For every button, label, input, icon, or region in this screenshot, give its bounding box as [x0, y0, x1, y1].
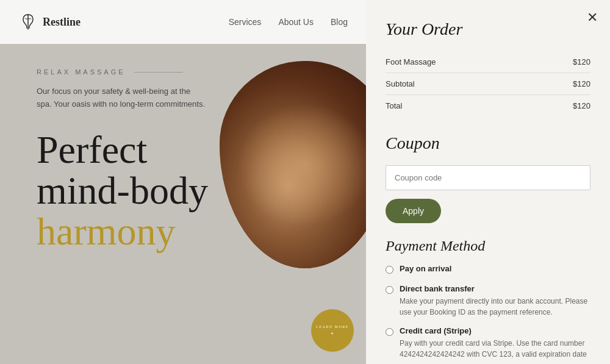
- total-label: Total: [386, 95, 537, 117]
- order-item-row: Foot Massage $120: [386, 51, 590, 73]
- payment-option-card-content: Credit card (Stripe) Pay with your credi…: [400, 326, 590, 360]
- payment-option-card-label: Credit card (Stripe): [400, 326, 590, 335]
- site-logo: Restline: [18, 12, 81, 32]
- total-row: Total $120: [386, 95, 590, 117]
- coupon-title: Coupon: [386, 134, 590, 153]
- massage-image: [220, 61, 366, 268]
- payment-radio-arrival[interactable]: [386, 266, 393, 274]
- payment-option-arrival: Pay on arrival: [386, 264, 590, 276]
- order-item-price: $120: [537, 51, 590, 73]
- coupon-input[interactable]: [386, 165, 590, 190]
- payment-option-bank-desc: Make your payment directly into our bank…: [400, 296, 590, 318]
- subtotal-row: Subtotal $120: [386, 73, 590, 95]
- nav-about[interactable]: About Us: [278, 17, 314, 27]
- hero-description: Our focus on your safety & well-being at…: [37, 85, 207, 111]
- payment-option-arrival-label: Pay on arrival: [400, 264, 590, 273]
- order-table: Foot Massage $120 Subtotal $120 Total $1…: [386, 51, 590, 116]
- apply-button[interactable]: Apply: [386, 199, 441, 223]
- learn-more-badge[interactable]: LEARN MORE ✦: [311, 309, 354, 352]
- total-value: $120: [537, 95, 590, 117]
- payment-option-bank-content: Direct bank transfer Make your payment d…: [400, 284, 590, 318]
- payment-option-arrival-content: Pay on arrival: [400, 264, 590, 276]
- payment-title: Payment Method: [386, 238, 590, 254]
- payment-section: Payment Method Pay on arrival Direct ban…: [386, 238, 590, 360]
- order-panel: ✕ Your Order Foot Massage $120 Subtotal …: [366, 0, 610, 364]
- nav-services[interactable]: Services: [229, 17, 262, 27]
- payment-option-bank: Direct bank transfer Make your payment d…: [386, 284, 590, 318]
- coupon-section: Coupon Apply: [386, 134, 590, 223]
- order-item-name: Foot Massage: [386, 51, 537, 73]
- payment-option-card-desc: Pay with your credit card via Stripe. Us…: [400, 338, 590, 360]
- badge-text: LEARN MORE ✦: [316, 324, 349, 337]
- payment-radio-bank[interactable]: [386, 286, 393, 294]
- subtotal-label: Subtotal: [386, 73, 537, 95]
- close-button[interactable]: ✕: [587, 11, 598, 24]
- site-nav-links: Services About Us Blog: [229, 17, 348, 27]
- subtotal-value: $120: [537, 73, 590, 95]
- order-title: Your Order: [386, 20, 590, 39]
- payment-option-card: Credit card (Stripe) Pay with your credi…: [386, 326, 590, 360]
- payment-option-bank-label: Direct bank transfer: [400, 284, 590, 293]
- massage-visual: [220, 61, 366, 268]
- payment-radio-card[interactable]: [386, 328, 393, 336]
- logo-icon: [18, 12, 38, 32]
- background-website: Restline Services About Us Blog RELAX MA…: [0, 0, 366, 364]
- nav-blog[interactable]: Blog: [331, 17, 348, 27]
- site-navbar: Restline Services About Us Blog: [0, 0, 366, 44]
